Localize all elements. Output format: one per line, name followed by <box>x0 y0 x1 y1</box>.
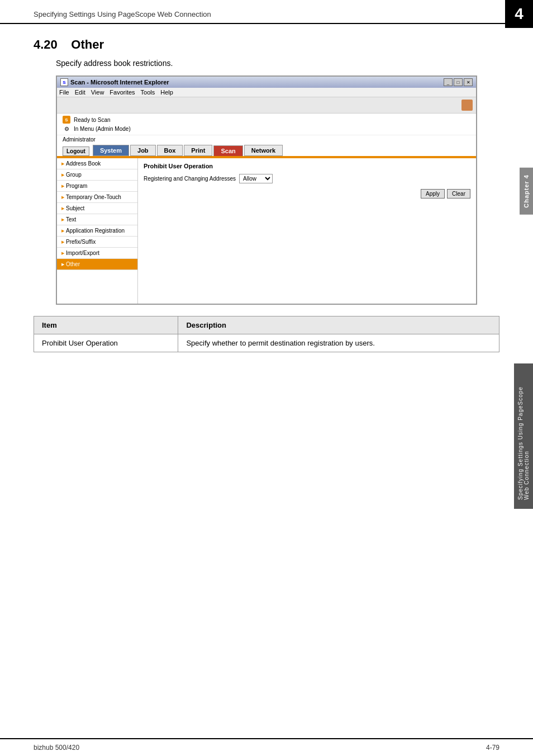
footer-left: bizhub 500/420 <box>34 744 79 752</box>
panel-buttons: Apply Clear <box>144 189 470 199</box>
tab-system[interactable]: System <box>93 145 129 156</box>
section-title: 4.20 Other <box>0 24 533 55</box>
scan-icon: S <box>63 116 70 124</box>
nav-sidebar: Address Book Group Program Temporary One… <box>57 158 138 304</box>
status-mode-row: ⚙ In Menu (Admin Mode) <box>63 125 470 133</box>
toolbar-icon <box>461 100 473 111</box>
sidebar-item-other[interactable]: Other <box>57 259 137 270</box>
tab-scan[interactable]: Scan <box>213 145 242 156</box>
sidebar-item-subject[interactable]: Subject <box>57 203 137 214</box>
sidebar-item-prefixsuffix[interactable]: Prefix/Suffix <box>57 237 137 248</box>
sidebar-item-appregistration[interactable]: Application Registration <box>57 225 137 237</box>
tab-box[interactable]: Box <box>157 145 183 156</box>
main-content: Address Book Group Program Temporary One… <box>57 158 476 304</box>
browser-content: S Ready to Scan ⚙ In Menu (Admin Mode) A… <box>57 114 476 304</box>
table-header-item: Item <box>34 316 178 334</box>
clear-button[interactable]: Clear <box>447 189 470 199</box>
sidebar-item-temporary[interactable]: Temporary One-Touch <box>57 192 137 203</box>
page-header: Specifying Settings Using PageScope Web … <box>0 0 533 24</box>
admin-label: Administrator <box>57 135 476 144</box>
footer-right: 4-79 <box>486 744 499 752</box>
table-header-description: Description <box>178 316 499 334</box>
panel-title: Prohibit User Operation <box>144 163 470 169</box>
row-label: Registering and Changing Addresses <box>144 176 236 182</box>
table-cell-item: Prohibit User Operation <box>34 334 178 352</box>
menu-help[interactable]: Help <box>160 89 173 96</box>
page-number: 4 <box>505 0 533 28</box>
sidebar-item-group[interactable]: Group <box>57 169 137 181</box>
status-mode-text: In Menu (Admin Mode) <box>74 126 131 132</box>
table-row: Prohibit User Operation Specify whether … <box>34 334 499 352</box>
browser-toolbar <box>57 97 476 114</box>
tab-network[interactable]: Network <box>244 145 283 156</box>
status-bar: S Ready to Scan ⚙ In Menu (Admin Mode) <box>57 114 476 135</box>
browser-titlebar: S Scan - Microsoft Internet Explorer _ □… <box>57 77 476 88</box>
status-ready-text: Ready to Scan <box>74 117 111 123</box>
sidebar-item-addressbook[interactable]: Address Book <box>57 158 137 169</box>
tab-print[interactable]: Print <box>184 145 212 156</box>
apply-button[interactable]: Apply <box>421 189 445 199</box>
browser-title: S Scan - Microsoft Internet Explorer <box>60 78 169 86</box>
page-footer: bizhub 500/420 4-79 <box>0 738 533 756</box>
status-ready-row: S Ready to Scan <box>63 116 470 124</box>
sidebar-item-importexport[interactable]: Import/Export <box>57 248 137 259</box>
browser-controls[interactable]: _ □ ✕ <box>444 78 473 86</box>
sidebar-item-text[interactable]: Text <box>57 214 137 225</box>
section-number: 4.20 <box>34 37 58 51</box>
menu-file[interactable]: File <box>59 89 69 96</box>
right-panel: Prohibit User Operation Registering and … <box>138 158 476 304</box>
minimize-button[interactable]: _ <box>444 78 453 86</box>
browser-icon: S <box>60 78 68 86</box>
info-table: Item Description Prohibit User Operation… <box>34 316 499 352</box>
tab-job[interactable]: Job <box>130 145 156 156</box>
section-subtitle: Specify address book restrictions. <box>0 55 533 75</box>
sidebar-item-program[interactable]: Program <box>57 181 137 192</box>
panel-row: Registering and Changing Addresses Allow… <box>144 174 470 183</box>
allow-select[interactable]: Allow Prohibit <box>239 174 273 183</box>
header-text: Specifying Settings Using PageScope Web … <box>34 10 211 18</box>
mode-icon: ⚙ <box>63 125 70 133</box>
browser-window: S Scan - Microsoft Internet Explorer _ □… <box>56 75 477 305</box>
browser-menubar: File Edit View Favorites Tools Help <box>57 88 476 97</box>
menu-favorites[interactable]: Favorites <box>110 89 135 96</box>
section-heading: Other <box>71 37 104 51</box>
nav-tabs: Logout System Job Box Print Scan Network <box>57 145 476 156</box>
maximize-button[interactable]: □ <box>454 78 463 86</box>
menu-tools[interactable]: Tools <box>141 89 155 96</box>
menu-edit[interactable]: Edit <box>75 89 85 96</box>
specifying-label: Specifying Settings Using PageScope Web … <box>514 363 533 509</box>
close-button[interactable]: ✕ <box>464 78 473 86</box>
chapter-label: Chapter 4 <box>520 168 533 215</box>
logout-button[interactable]: Logout <box>63 147 89 156</box>
menu-view[interactable]: View <box>91 89 104 96</box>
table-cell-description: Specify whether to permit destination re… <box>178 334 499 352</box>
